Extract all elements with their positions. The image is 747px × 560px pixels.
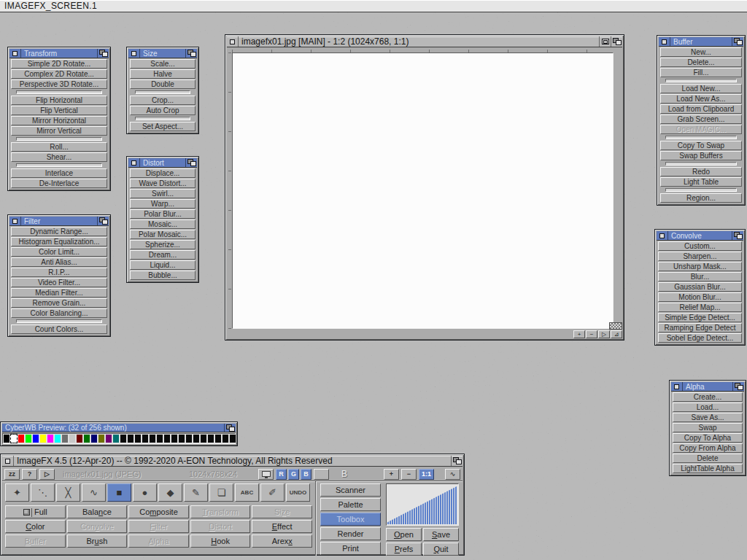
depth-gadget[interactable] xyxy=(451,456,462,466)
panel-button[interactable]: Redo xyxy=(660,167,742,176)
sleep-button[interactable]: zz xyxy=(4,469,20,480)
resize-gadget[interactable] xyxy=(609,322,622,330)
panel-button[interactable]: Swirl... xyxy=(130,189,196,198)
color-swatch[interactable] xyxy=(193,435,199,443)
color-swatch[interactable] xyxy=(91,435,97,443)
curve-tool[interactable]: ∿ xyxy=(82,483,106,502)
color-swatch[interactable] xyxy=(84,435,90,443)
color-swatch[interactable] xyxy=(142,435,148,443)
depth-gadget[interactable] xyxy=(732,382,744,391)
panel-button[interactable]: Sobel Edge Detect... xyxy=(658,333,742,343)
panel-button[interactable]: Simple Edge Detect... xyxy=(658,313,742,322)
panel-button[interactable]: Spherize... xyxy=(130,240,196,249)
color-swatch[interactable] xyxy=(208,435,214,443)
panel-button[interactable] xyxy=(665,79,737,82)
color-swatch[interactable] xyxy=(33,435,39,443)
panel-button[interactable]: Scale... xyxy=(130,59,196,69)
color-swatch[interactable] xyxy=(47,435,53,443)
depth-gadget[interactable] xyxy=(732,231,743,240)
command-button[interactable]: Color xyxy=(5,520,66,533)
panel-button[interactable]: Anti Alias... xyxy=(11,257,107,267)
panel-button[interactable]: Color Limit... xyxy=(11,247,107,257)
palette-titlebar[interactable]: CyberWB Preview: (32 of 256 shown) xyxy=(2,424,236,432)
close-gadget[interactable] xyxy=(227,36,239,47)
dither-toggle[interactable] xyxy=(314,469,329,480)
color-swatch[interactable] xyxy=(18,435,24,443)
panel-button[interactable]: Load New... xyxy=(660,84,742,93)
mode-button[interactable]: Print xyxy=(320,542,381,555)
undo-button[interactable]: UNDO xyxy=(286,483,310,502)
panel-button[interactable]: Crop... xyxy=(130,96,196,105)
panel-button[interactable]: Dream... xyxy=(130,250,196,260)
color-swatch[interactable] xyxy=(106,435,112,443)
panel-button[interactable]: Mirror Horizontal xyxy=(11,116,107,125)
wave-preview-button[interactable]: ∿ xyxy=(445,469,460,480)
color-swatch[interactable] xyxy=(128,435,133,443)
panel-button[interactable] xyxy=(16,90,102,94)
panel-button[interactable]: Video Filter... xyxy=(11,278,107,287)
command-button[interactable]: Alpha xyxy=(128,534,189,548)
color-swatch[interactable] xyxy=(171,435,177,443)
panel-button[interactable]: Grab Screen... xyxy=(660,114,742,124)
mode-button[interactable]: Render xyxy=(320,527,381,540)
panel-button[interactable] xyxy=(135,90,190,94)
command-button[interactable]: Composite xyxy=(128,505,189,518)
panel-button[interactable] xyxy=(665,136,737,139)
panel-button[interactable]: Unsharp Mask... xyxy=(658,262,742,271)
panel-button[interactable]: Double xyxy=(130,79,196,89)
close-gadget[interactable] xyxy=(9,217,21,225)
command-button[interactable]: Convolve xyxy=(67,520,128,533)
panel-button[interactable]: Motion Blur... xyxy=(658,292,742,302)
size-titlebar[interactable]: Size xyxy=(128,49,197,58)
panel-button[interactable]: Mirror Vertical xyxy=(11,126,107,136)
color-swatch[interactable] xyxy=(179,435,185,443)
panel-button[interactable]: Halve xyxy=(130,69,196,79)
color-swatch[interactable] xyxy=(62,435,68,443)
close-gadget[interactable] xyxy=(659,37,670,46)
color-swatch[interactable] xyxy=(98,435,104,443)
spray-tool[interactable]: ✐ xyxy=(260,483,285,502)
depth-gadget[interactable] xyxy=(611,36,622,47)
close-gadget[interactable] xyxy=(128,49,140,58)
mode-button[interactable]: Palette xyxy=(320,498,381,511)
depth-gadget[interactable] xyxy=(97,217,109,225)
close-gadget[interactable] xyxy=(128,158,140,167)
action-button[interactable]: Prefs xyxy=(386,542,422,556)
panel-button[interactable]: LightTable Alpha xyxy=(673,464,743,473)
panel-button[interactable]: Light Table xyxy=(660,177,742,187)
panel-button[interactable]: Polar Blur... xyxy=(130,209,196,219)
action-button[interactable]: Quit xyxy=(423,542,459,556)
graph-button[interactable]: ⊿ xyxy=(611,330,622,338)
command-button[interactable]: Balance xyxy=(67,505,128,518)
filter-titlebar[interactable]: Filter xyxy=(9,217,109,226)
zoom-gadget[interactable] xyxy=(599,36,611,47)
panel-button[interactable]: Shear... xyxy=(11,152,107,162)
channel-toggle[interactable]: B xyxy=(301,469,311,480)
panel-button[interactable] xyxy=(135,117,190,120)
color-swatch[interactable] xyxy=(113,435,119,443)
panel-button[interactable]: Liquid... xyxy=(130,260,196,270)
close-gadget[interactable] xyxy=(657,231,668,240)
panel-button[interactable]: Flip Horizontal xyxy=(11,96,107,105)
run-button[interactable]: ▷ xyxy=(598,330,610,338)
color-swatch[interactable] xyxy=(4,435,9,443)
command-button[interactable]: Arexx xyxy=(252,534,312,548)
screen-titlebar[interactable]: IMAGEFX_SCREEN.1 xyxy=(0,0,747,12)
box-tool[interactable]: ■ xyxy=(107,483,131,502)
panel-button[interactable] xyxy=(16,137,102,141)
buffer-titlebar[interactable]: Buffer xyxy=(659,37,743,47)
zoom-in-button[interactable]: + xyxy=(384,469,399,480)
color-swatch[interactable] xyxy=(201,435,206,443)
color-swatch[interactable] xyxy=(55,435,61,443)
panel-button[interactable]: Complex 2D Rotate... xyxy=(11,69,107,79)
panel-button[interactable]: Swap Buffers xyxy=(660,151,742,160)
zoom-in-button[interactable]: + xyxy=(573,330,585,338)
panel-button[interactable]: Count Colors... xyxy=(11,324,107,334)
color-swatch[interactable] xyxy=(186,435,192,443)
text-tool[interactable]: ABC xyxy=(235,483,259,502)
close-gadget[interactable] xyxy=(2,456,14,466)
panel-button[interactable]: Polar Mosaic... xyxy=(130,230,196,239)
panel-button[interactable]: Roll... xyxy=(11,142,107,152)
panel-button[interactable]: Ramping Edge Detect xyxy=(658,323,742,332)
panel-button[interactable]: Blur... xyxy=(658,272,742,281)
